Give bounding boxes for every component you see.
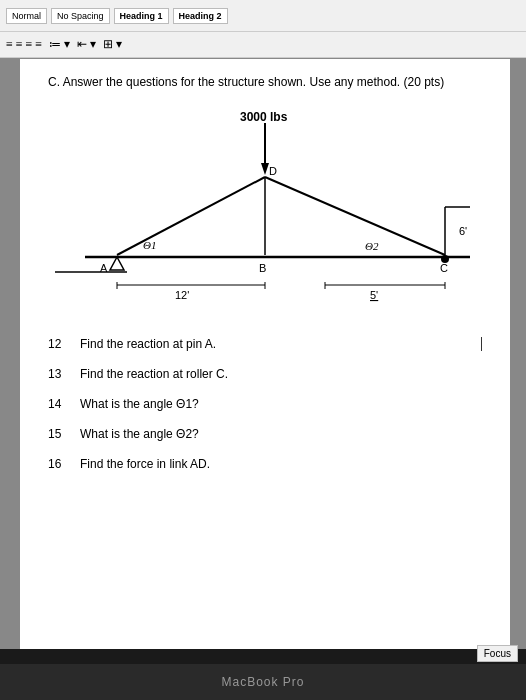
style-buttons: Normal No Spacing Heading 1 Heading 2 xyxy=(6,8,228,24)
dim-12-label: 12' xyxy=(175,289,189,301)
point-b-label: B xyxy=(259,262,266,274)
diagram-container: 3000 lbs A B C D Θ1 xyxy=(55,107,475,327)
questions-list: 12 Find the reaction at pin A. 13 Find t… xyxy=(48,337,482,471)
style-heading1[interactable]: Heading 1 xyxy=(114,8,169,24)
document-area: C. Answer the questions for the structur… xyxy=(20,59,510,649)
align-justify-icon[interactable]: ≡ xyxy=(35,37,42,52)
q12-text: Find the reaction at pin A. xyxy=(80,337,467,351)
svg-point-10 xyxy=(441,255,449,263)
dim-6-label: 6' xyxy=(459,225,467,237)
point-c-label: C xyxy=(440,262,448,274)
q15-text: What is the angle Θ2? xyxy=(80,427,482,441)
text-cursor xyxy=(481,337,482,351)
indent-icon[interactable]: ⇤ ▾ xyxy=(77,37,96,52)
q16-num: 16 xyxy=(48,457,68,471)
q15-num: 15 xyxy=(48,427,68,441)
question-item: 12 Find the reaction at pin A. xyxy=(48,337,482,351)
load-label: 3000 lbs xyxy=(240,110,288,124)
q12-num: 12 xyxy=(48,337,68,351)
align-left-icon[interactable]: ≡ xyxy=(6,37,13,52)
svg-marker-1 xyxy=(261,163,269,175)
question-item: 15 What is the angle Θ2? xyxy=(48,427,482,441)
q14-num: 14 xyxy=(48,397,68,411)
question-header: C. Answer the questions for the structur… xyxy=(48,75,482,89)
q13-num: 13 xyxy=(48,367,68,381)
focus-button[interactable]: Focus xyxy=(477,645,518,662)
angle1-label: Θ1 xyxy=(143,239,156,251)
align-right-icon[interactable]: ≡ xyxy=(26,37,33,52)
format-toolbar: ≡ ≡ ≡ ≡ ≔ ▾ ⇤ ▾ ⊞ ▾ xyxy=(0,32,526,58)
question-item: 13 Find the reaction at roller C. xyxy=(48,367,482,381)
align-center-icon[interactable]: ≡ xyxy=(16,37,23,52)
diagram-svg: 3000 lbs A B C D Θ1 xyxy=(55,107,475,327)
q14-text: What is the angle Θ1? xyxy=(80,397,482,411)
macbook-label: MacBook Pro xyxy=(221,675,304,689)
style-no-spacing[interactable]: No Spacing xyxy=(51,8,110,24)
dim-5-label: 5' xyxy=(370,289,378,301)
question-item: 16 Find the force in link AD. xyxy=(48,457,482,471)
question-item: 14 What is the angle Θ1? xyxy=(48,397,482,411)
border-icon[interactable]: ⊞ ▾ xyxy=(103,37,122,52)
format-icons: ≡ ≡ ≡ ≡ ≔ ▾ ⇤ ▾ ⊞ ▾ xyxy=(6,37,122,52)
style-heading2[interactable]: Heading 2 xyxy=(173,8,228,24)
svg-line-3 xyxy=(265,177,445,255)
q16-text: Find the force in link AD. xyxy=(80,457,482,471)
macbook-bar: MacBook Pro xyxy=(0,664,526,700)
point-d-label: D xyxy=(269,165,277,177)
style-normal[interactable]: Normal xyxy=(6,8,47,24)
svg-marker-8 xyxy=(110,257,124,270)
q13-text: Find the reaction at roller C. xyxy=(80,367,482,381)
angle2-label: Θ2 xyxy=(365,240,379,252)
list-icon[interactable]: ≔ ▾ xyxy=(49,37,70,52)
svg-line-2 xyxy=(117,177,265,255)
style-toolbar: Normal No Spacing Heading 1 Heading 2 xyxy=(0,0,526,32)
